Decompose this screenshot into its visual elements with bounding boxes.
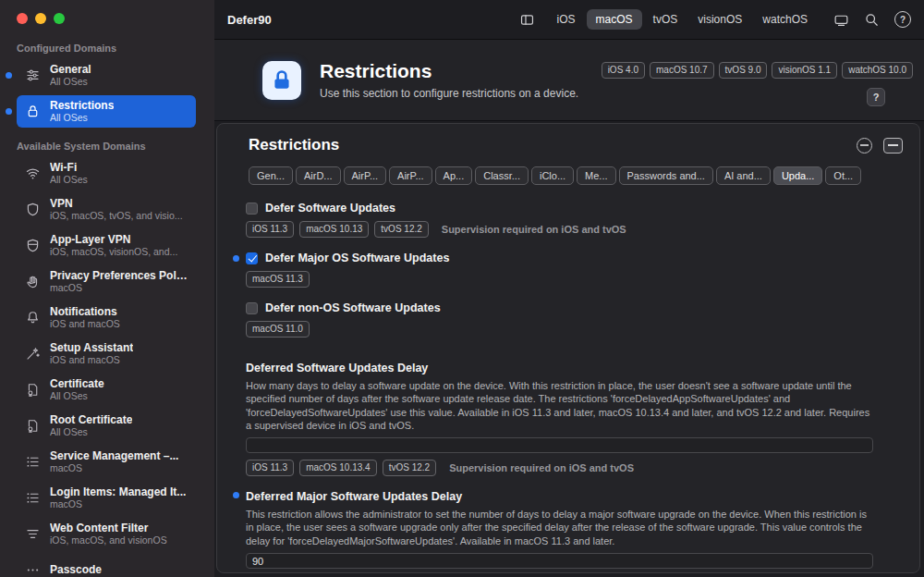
sidebar-item-label: Privacy Preferences Poli...	[50, 269, 188, 282]
modified-dot	[6, 278, 12, 285]
tab-apps[interactable]: Ap...	[435, 166, 473, 185]
os-badge: tvOS 12.2	[383, 460, 436, 476]
tab-classroom[interactable]: Classr...	[475, 166, 529, 185]
sidebar-item-label: Web Content Filter	[50, 522, 167, 534]
modified-dot	[6, 567, 12, 573]
window-title: Defer90	[227, 13, 272, 27]
os-badge: tvOS 12.2	[374, 221, 428, 238]
app-window: Configured Domains General All OSes	[0, 0, 924, 577]
zoom-window-button[interactable]	[54, 13, 65, 24]
deferred-software-updates-delay-input[interactable]	[246, 437, 873, 453]
modified-dot	[6, 531, 12, 537]
tab-icloud[interactable]: iClo...	[531, 166, 574, 185]
field-description: This restriction allows the administrato…	[246, 508, 873, 547]
domain-header: Restrictions Use this section to configu…	[214, 40, 924, 121]
sidebar-item-privacy-preferences[interactable]: Privacy Preferences Poli... macOS	[0, 264, 214, 300]
search-icon[interactable]	[864, 12, 880, 28]
os-badge: macOS 11.0	[246, 321, 310, 338]
sidebar-item-label: General	[50, 63, 91, 76]
sidebar-item-setup-assistant[interactable]: Setup Assistant iOS and macOS	[0, 336, 214, 372]
sidebar-item-restrictions[interactable]: Restrictions All OSes	[0, 93, 214, 129]
tab-airdrop[interactable]: AirD...	[296, 166, 341, 185]
sidebar-item-passcode[interactable]: Passcode	[0, 552, 214, 577]
sidebar-item-notifications[interactable]: Notifications iOS and macOS	[0, 300, 214, 336]
sidebar-item-label: Wi-Fi	[50, 161, 88, 174]
field-defer-major-os-updates: Defer Major OS Software Updates macOS 11…	[246, 252, 873, 288]
tab-other[interactable]: Ot...	[825, 166, 861, 185]
sidebar-item-wifi[interactable]: Wi-Fi All OSes	[0, 155, 214, 191]
sidebar-item-web-content-filter[interactable]: Web Content Filter iOS, macOS, and visio…	[0, 516, 214, 552]
tab-tvos[interactable]: tvOS	[644, 9, 687, 30]
os-badge: iOS 4.0	[602, 62, 645, 79]
modified-dot	[6, 495, 12, 501]
sidebar-item-label: App-Layer VPN	[50, 233, 177, 246]
os-badge: iOS 11.3	[246, 460, 294, 476]
platform-switcher: iOS macOS tvOS visionOS watchOS	[548, 9, 817, 30]
tab-macos[interactable]: macOS	[587, 9, 642, 30]
modified-dot	[6, 387, 12, 393]
field-label: Deferred Major Software Updates Delay	[246, 490, 873, 503]
sidebar-item-service-management[interactable]: Service Management –... macOS	[0, 444, 214, 480]
field-badges: iOS 11.3 macOS 10.13.4 tvOS 12.2 Supervi…	[246, 460, 873, 476]
wand-icon	[24, 345, 41, 362]
sidebar-item-sub: macOS	[50, 462, 178, 474]
tab-media[interactable]: Me...	[577, 166, 615, 185]
help-icon[interactable]: ?	[894, 11, 911, 28]
remove-payload-icon[interactable]	[857, 138, 872, 153]
sidebar-item-sub: macOS	[50, 498, 186, 510]
sidebar-item-label: Restrictions	[50, 99, 114, 112]
sidebar-item-vpn[interactable]: VPN iOS, macOS, tvOS, and visio...	[0, 191, 214, 227]
sidebar-item-sub: macOS	[50, 282, 188, 294]
main-area: Defer90 iOS macOS tvOS visionOS watchOS …	[214, 0, 924, 577]
checkbox-defer-software-updates[interactable]	[246, 203, 258, 215]
modified-dot	[233, 255, 239, 262]
os-badge: macOS 11.3	[246, 271, 310, 288]
deferred-major-software-updates-delay-input[interactable]	[246, 553, 873, 569]
modified-dot	[6, 206, 12, 213]
minimize-window-button[interactable]	[35, 13, 46, 24]
modified-dot	[6, 170, 12, 177]
os-version-badges: iOS 4.0 macOS 10.7 tvOS 9.0 visionOS 1.1…	[602, 62, 913, 79]
modified-dot	[6, 423, 12, 429]
sidebar-item-sub: iOS and macOS	[50, 354, 133, 366]
shield-icon	[24, 201, 41, 217]
tab-ai[interactable]: AI and...	[716, 166, 771, 185]
checkbox-defer-major-os-updates[interactable]	[246, 252, 258, 264]
field-label: Defer non-OS Software Updates	[265, 301, 441, 314]
checkbox-defer-non-os-updates[interactable]	[246, 302, 258, 314]
restrictions-panel: Restrictions Gen... AirD... AirP... AirP…	[216, 123, 920, 573]
modified-dot	[6, 108, 12, 115]
tab-passwords[interactable]: Passwords and...	[619, 166, 713, 185]
sidebar-item-root-certificate[interactable]: Root Certificate All OSes	[0, 408, 214, 444]
sidebar-item-login-items[interactable]: Login Items: Managed It... macOS	[0, 480, 214, 516]
sidebar: Configured Domains General All OSes	[0, 0, 214, 577]
tab-ios[interactable]: iOS	[548, 9, 585, 30]
tab-airplay[interactable]: AirP...	[344, 166, 387, 185]
sidebar-section-configured-domains: Configured Domains	[0, 31, 214, 57]
tab-general[interactable]: Gen...	[249, 166, 293, 185]
field-description: How many days to delay a software update…	[246, 379, 873, 432]
collapse-payload-icon[interactable]	[883, 138, 903, 153]
tab-visionos[interactable]: visionOS	[688, 9, 751, 30]
os-badge: macOS 10.13.4	[299, 460, 376, 476]
modified-dot	[6, 350, 12, 357]
sidebar-item-sub: All OSes	[50, 390, 104, 402]
domain-help-button[interactable]: ?	[867, 88, 885, 106]
tab-updates[interactable]: Upda...	[773, 166, 822, 185]
sidebar-item-label: Passcode	[50, 563, 102, 576]
supervision-note: Supervision required on iOS and tvOS	[449, 462, 634, 473]
sidebar-item-general[interactable]: General All OSes	[0, 57, 214, 93]
tab-watchos[interactable]: watchOS	[753, 9, 817, 30]
panel-content: Defer Software Updates iOS 11.3 macOS 10…	[217, 185, 919, 572]
sidebar-item-certificate[interactable]: Certificate All OSes	[0, 372, 214, 408]
field-badges: macOS 11.0	[246, 321, 873, 338]
toggle-sidebar-icon[interactable]	[519, 12, 535, 28]
panel-title: Restrictions	[249, 136, 339, 154]
sidebar-item-app-layer-vpn[interactable]: App-Layer VPN iOS, macOS, visionOS, and.…	[0, 227, 214, 264]
close-window-button[interactable]	[17, 13, 28, 24]
devices-icon[interactable]	[833, 12, 849, 28]
os-badge: visionOS 1.1	[772, 62, 837, 79]
os-badge: iOS 11.3	[246, 221, 294, 238]
tab-airprint[interactable]: AirP...	[389, 166, 432, 185]
modified-dot	[6, 242, 12, 249]
